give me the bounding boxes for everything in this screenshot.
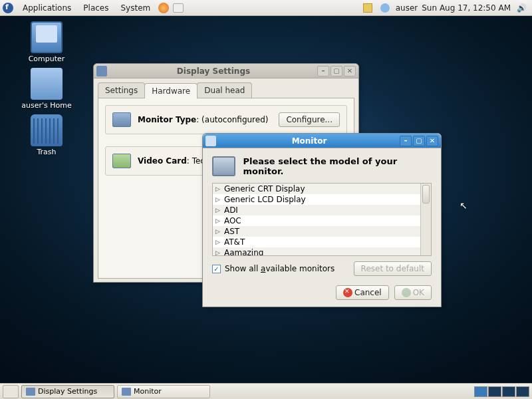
monitor-dialog-body: Please select the model of your monitor.… — [203, 148, 441, 307]
show-desktop-button[interactable] — [3, 385, 19, 398]
evolution-icon[interactable] — [172, 1, 185, 15]
monitor-prompt: Please select the model of your monitor. — [243, 156, 432, 176]
menu-applications[interactable]: Applications — [17, 0, 76, 16]
monitor-options-row: ✓ Show all available monitors Reset to d… — [212, 261, 432, 276]
tray-package-icon[interactable] — [361, 1, 374, 15]
list-item[interactable]: ▷ADI — [213, 205, 420, 215]
taskbar-item-display-settings[interactable]: Display Settings — [21, 385, 114, 398]
workspace-2[interactable] — [488, 386, 501, 397]
trash-icon — [31, 114, 63, 146]
user-label[interactable]: auser — [396, 3, 418, 13]
tab-settings[interactable]: Settings — [98, 82, 145, 98]
workspace-1[interactable] — [474, 386, 487, 397]
maximize-button[interactable]: ▢ — [331, 66, 342, 76]
cursor-icon: ↖ — [460, 200, 467, 211]
window-monitor: Monitor – ▢ ✕ Please select the model of… — [202, 133, 442, 307]
cancel-icon — [343, 288, 352, 297]
tab-hardware[interactable]: Hardware — [144, 83, 198, 98]
panel-left: Applications Places System — [0, 0, 185, 16]
close-button[interactable]: ✕ — [344, 66, 356, 76]
row-monitor: Monitor Type: (autoconfigured) Configure… — [105, 105, 347, 134]
task-icon — [26, 388, 35, 396]
expand-icon: ▷ — [215, 207, 220, 213]
monitor-dialog-header: Please select the model of your monitor. — [212, 156, 432, 176]
expand-icon: ▷ — [215, 186, 220, 192]
titlebar-display-settings[interactable]: Display Settings – ▢ ✕ — [94, 64, 358, 78]
taskbar-item-monitor[interactable]: Monitor — [117, 385, 210, 398]
desktop-icon-trash[interactable]: Trash — [20, 114, 73, 156]
close-button[interactable]: ✕ — [426, 136, 438, 146]
minimize-button[interactable]: – — [317, 66, 329, 76]
dialog-buttons: Cancel OK — [212, 285, 432, 300]
menu-places[interactable]: Places — [78, 0, 114, 16]
expand-icon: ▷ — [215, 239, 220, 245]
volume-icon[interactable]: 🔊 — [515, 1, 528, 15]
list-item[interactable]: ▷Generic LCD Display — [213, 194, 420, 205]
expand-icon: ▷ — [215, 196, 220, 203]
row-text: Monitor Type: (autoconfigured) — [138, 115, 268, 124]
videocard-icon — [112, 154, 131, 168]
titlebar-monitor[interactable]: Monitor – ▢ ✕ — [203, 134, 441, 148]
desktop-icon-home[interactable]: auser's Home — [20, 68, 73, 110]
desktop-icon-computer[interactable]: Computer — [20, 21, 73, 63]
fedora-logo-icon — [3, 3, 13, 13]
tabs: Settings Hardware Dual head — [98, 82, 354, 98]
list-item[interactable]: ▷AT&T — [213, 237, 420, 247]
maximize-button[interactable]: ▢ — [413, 136, 425, 146]
show-all-label: Show all available monitors — [225, 264, 334, 273]
list-item[interactable]: ▷AST — [213, 226, 420, 237]
ok-icon — [402, 288, 411, 297]
panel-right: auser Sun Aug 17, 12:50 AM 🔊 — [361, 1, 532, 15]
workspace-3[interactable] — [502, 386, 515, 397]
window-icon — [96, 66, 107, 76]
desktop-icon-label: auser's Home — [20, 101, 73, 110]
list-item[interactable]: ▷Generic CRT Display — [213, 184, 420, 194]
window-title: Monitor — [219, 136, 400, 146]
bottom-panel: Display Settings Monitor — [0, 383, 532, 399]
task-icon — [122, 388, 131, 396]
scrollbar[interactable] — [420, 184, 431, 255]
minimize-button[interactable]: – — [400, 136, 412, 146]
list-item[interactable]: ▷Aamazing — [213, 247, 420, 255]
configure-monitor-button[interactable]: Configure... — [279, 112, 340, 127]
monitor-list[interactable]: ▷Generic CRT Display ▷Generic LCD Displa… — [213, 184, 420, 255]
tray-user-icon[interactable] — [378, 1, 392, 15]
workspace-4[interactable] — [516, 386, 529, 397]
top-panel: Applications Places System auser Sun Aug… — [0, 0, 532, 16]
computer-icon — [31, 21, 63, 53]
desktop-icon-label: Computer — [20, 55, 73, 63]
monitor-list-container: ▷Generic CRT Display ▷Generic LCD Displa… — [212, 183, 432, 256]
clock-label[interactable]: Sun Aug 17, 12:50 AM — [422, 3, 511, 13]
monitor-icon — [112, 112, 131, 127]
folder-icon — [31, 68, 63, 100]
workspace-switcher[interactable] — [471, 385, 532, 398]
cancel-button[interactable]: Cancel — [336, 285, 389, 300]
firefox-icon[interactable] — [157, 1, 170, 15]
menu-system[interactable]: System — [115, 0, 156, 16]
expand-icon: ▷ — [215, 249, 220, 255]
monitor-large-icon — [212, 156, 235, 176]
window-title: Display Settings — [110, 66, 317, 76]
expand-icon: ▷ — [215, 228, 220, 235]
desktop-icon-label: Trash — [20, 148, 73, 156]
list-item[interactable]: ▷AOC — [213, 215, 420, 226]
ok-button: OK — [394, 285, 432, 300]
fedora-menu-button[interactable] — [0, 0, 16, 16]
window-icon — [205, 136, 216, 146]
show-all-checkbox[interactable]: ✓ — [212, 265, 221, 273]
reset-button: Reset to default — [354, 261, 432, 276]
expand-icon: ▷ — [215, 217, 220, 224]
tab-dualhead[interactable]: Dual head — [197, 82, 252, 98]
